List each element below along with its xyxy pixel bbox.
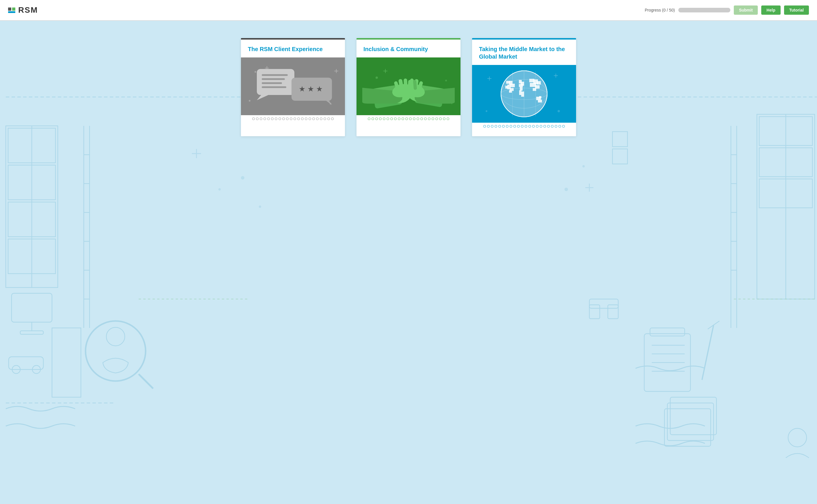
dot	[297, 117, 300, 120]
dot	[424, 117, 427, 120]
logo-bar-blue	[8, 11, 15, 13]
svg-text:★: ★	[299, 85, 305, 93]
dot	[551, 125, 553, 128]
dot	[443, 117, 445, 120]
dot	[498, 125, 501, 128]
svg-rect-110	[404, 79, 408, 90]
dot	[420, 117, 423, 120]
card-inclusion-community[interactable]: Inclusion & Community	[357, 38, 460, 136]
logo-sq-green	[12, 8, 15, 11]
card-global-market[interactable]: Taking the Middle Market to the Global M…	[472, 38, 576, 136]
dot	[428, 117, 430, 120]
header: RSM Progress (0 / 50) Submit Help Tutori…	[0, 0, 817, 21]
dot	[379, 117, 382, 120]
dot	[282, 117, 285, 120]
svg-rect-114	[410, 79, 414, 90]
dot	[536, 125, 538, 128]
dot	[417, 117, 419, 120]
dot	[409, 117, 412, 120]
card-title-2: Inclusion & Community	[357, 40, 460, 57]
svg-point-66	[564, 188, 568, 191]
svg-point-63	[241, 176, 245, 180]
dot	[521, 125, 523, 128]
svg-rect-79	[262, 78, 285, 80]
dot	[279, 117, 281, 120]
svg-rect-56	[612, 149, 628, 164]
card-title-3: Taking the Middle Market to the Global M…	[472, 40, 576, 65]
svg-rect-8	[20, 331, 43, 334]
submit-button[interactable]: Submit	[734, 5, 758, 15]
dot	[495, 125, 497, 128]
card-image-2	[357, 57, 460, 115]
dot	[394, 117, 397, 120]
svg-line-14	[139, 374, 153, 389]
tutorial-button[interactable]: Tutorial	[784, 5, 809, 15]
dot	[331, 117, 334, 120]
logo-text: RSM	[18, 5, 38, 15]
dot	[447, 117, 449, 120]
dot	[562, 125, 565, 128]
svg-point-122	[557, 110, 560, 112]
dot	[547, 125, 550, 128]
svg-point-93	[445, 80, 447, 81]
svg-point-64	[259, 206, 261, 208]
svg-text:★: ★	[316, 85, 323, 93]
dot	[252, 117, 255, 120]
dot	[398, 117, 400, 120]
dot	[312, 117, 315, 120]
dot	[402, 117, 404, 120]
svg-point-65	[219, 188, 221, 191]
svg-point-67	[582, 165, 585, 167]
svg-rect-81	[262, 86, 286, 88]
svg-rect-54	[608, 305, 618, 319]
dot	[264, 117, 266, 120]
svg-point-13	[85, 321, 145, 381]
card-title-1: The RSM Client Experience	[241, 40, 345, 57]
logo-sq-dark	[8, 8, 11, 11]
svg-rect-78	[262, 74, 288, 76]
svg-rect-6	[12, 293, 52, 322]
svg-point-73	[249, 100, 251, 102]
svg-rect-145	[538, 100, 542, 102]
dot	[286, 117, 289, 120]
help-button[interactable]: Help	[761, 5, 780, 15]
svg-rect-33	[650, 328, 685, 336]
dot	[301, 117, 304, 120]
dot	[502, 125, 505, 128]
dot	[383, 117, 385, 120]
main-content: The RSM Client Experience	[0, 21, 817, 504]
dot	[387, 117, 389, 120]
svg-rect-53	[589, 305, 600, 319]
card-dots-1	[241, 115, 345, 124]
progress-label: Progress (0 / 50)	[645, 8, 675, 12]
card-dots-3	[472, 123, 576, 131]
dot	[528, 125, 531, 128]
card-dots-2	[357, 115, 460, 124]
svg-rect-129	[505, 86, 508, 89]
card-rsm-client-experience[interactable]: The RSM Client Experience	[241, 38, 345, 136]
dot	[275, 117, 277, 120]
dot	[543, 125, 546, 128]
logo-area: RSM	[8, 5, 38, 15]
svg-rect-131	[509, 90, 512, 93]
dot	[260, 117, 262, 120]
svg-rect-135	[520, 87, 523, 91]
dot	[435, 117, 438, 120]
dot	[558, 125, 561, 128]
dot	[327, 117, 330, 120]
card-image-3	[472, 65, 576, 123]
dot	[510, 125, 512, 128]
dot	[405, 117, 408, 120]
svg-rect-12	[52, 328, 81, 397]
dot	[316, 117, 319, 120]
dot	[525, 125, 527, 128]
svg-point-51	[788, 428, 807, 447]
svg-text:★: ★	[307, 85, 314, 93]
svg-rect-76	[257, 69, 294, 95]
dot	[390, 117, 393, 120]
dot	[290, 117, 292, 120]
svg-rect-136	[519, 90, 521, 95]
svg-line-38	[702, 325, 714, 380]
header-right: Progress (0 / 50) Submit Help Tutorial	[645, 5, 809, 15]
dot	[513, 125, 516, 128]
